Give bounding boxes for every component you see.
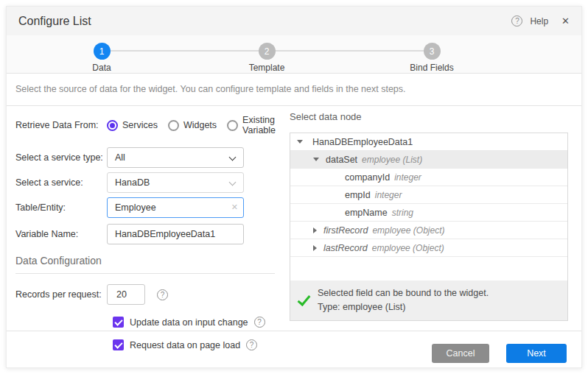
binding-info-line2: Type: employee (List): [318, 300, 489, 314]
retrieve-data-from-radios: Services Widgets Existing Variable: [107, 115, 276, 135]
table-entity-label: Table/Entity:: [15, 202, 107, 213]
variable-name-input[interactable]: [107, 224, 244, 244]
service-type-label: Select a service type:: [15, 152, 107, 163]
service-value: HanaDB: [115, 177, 150, 188]
triangle-right-icon[interactable]: [313, 227, 317, 233]
tree-row-firstrecord[interactable]: firstRecord employee (Object): [290, 222, 567, 239]
question-mark-icon[interactable]: ?: [254, 317, 265, 328]
dialog-header: Configure List ? Help ✕: [7, 7, 581, 35]
radio-existing-variable[interactable]: Existing Variable: [227, 115, 276, 135]
data-node-tree: HanaDBEmployeeData1 dataSet employee (Li…: [290, 133, 568, 321]
triangle-down-icon[interactable]: [313, 158, 319, 161]
data-configuration-heading: Data Configuration: [15, 255, 275, 267]
tree-row-companyid[interactable]: companyId integer: [290, 169, 567, 186]
tree-row-lastrecord[interactable]: lastRecord employee (Object): [290, 239, 567, 257]
question-mark-icon[interactable]: ?: [246, 339, 257, 350]
radio-services[interactable]: Services: [107, 120, 158, 131]
close-icon[interactable]: ✕: [561, 15, 570, 27]
binding-info-box: Selected field can be bound to the widge…: [290, 280, 567, 320]
update-on-input-change-row: Update data on input change ?: [113, 317, 275, 328]
radio-widgets-circle[interactable]: [168, 120, 179, 131]
help-link[interactable]: Help: [530, 16, 548, 27]
radio-services-circle[interactable]: [107, 120, 118, 131]
tree-empty-space: [290, 257, 567, 280]
radio-widgets[interactable]: Widgets: [168, 120, 217, 131]
service-label: Select a service:: [15, 177, 107, 188]
configure-list-dialog: Configure List ? Help ✕ 1 Data 2 Templat…: [6, 6, 582, 368]
tree-row-empname[interactable]: empName string: [290, 204, 567, 222]
records-per-request-label: Records per request:: [15, 289, 107, 300]
step-2-circle: 2: [259, 43, 276, 60]
triangle-down-icon[interactable]: [297, 140, 303, 144]
cancel-button[interactable]: Cancel: [432, 344, 489, 363]
update-on-input-change-checkbox[interactable]: [113, 317, 124, 328]
step-bind-fields[interactable]: 3 Bind Fields: [349, 35, 514, 74]
select-data-node-title: Select data node: [290, 111, 568, 122]
clear-x-icon[interactable]: ✕: [231, 202, 238, 212]
service-select[interactable]: HanaDB: [107, 172, 244, 193]
step-1-circle: 1: [94, 43, 111, 60]
data-source-form: Retrieve Data From: Services Widgets Exi…: [15, 106, 275, 350]
step-3-label: Bind Fields: [410, 63, 453, 73]
step-description: Select the source of data for the widget…: [7, 74, 581, 106]
update-on-input-change-label: Update data on input change: [130, 317, 248, 328]
tree-row-dataset[interactable]: dataSet employee (List): [290, 151, 567, 169]
binding-info-line1: Selected field can be bound to the widge…: [318, 286, 489, 300]
select-data-node-panel: Select data node HanaDBEmployeeData1 dat…: [290, 106, 568, 321]
step-data[interactable]: 1 Data: [19, 35, 184, 74]
retrieve-data-from-label: Retrieve Data From:: [15, 120, 107, 130]
next-button[interactable]: Next: [506, 344, 567, 363]
step-3-circle: 3: [424, 43, 441, 60]
chevron-down-icon: [229, 154, 237, 161]
step-template[interactable]: 2 Template: [184, 35, 349, 74]
service-type-select[interactable]: All: [107, 147, 244, 168]
chevron-down-icon: [229, 179, 237, 186]
request-on-page-load-checkbox[interactable]: [113, 339, 124, 350]
green-checkmark-icon: [298, 292, 311, 306]
service-type-value: All: [115, 152, 125, 163]
variable-name-label: Variable Name:: [15, 229, 107, 239]
tree-row-empid[interactable]: empId integer: [290, 186, 567, 204]
dialog-title: Configure List: [18, 15, 91, 28]
records-per-request-input[interactable]: [107, 284, 145, 305]
wizard-stepper: 1 Data 2 Template 3 Bind Fields: [7, 35, 581, 74]
step-1-label: Data: [92, 63, 111, 73]
step-2-label: Template: [249, 63, 285, 73]
question-mark-icon[interactable]: ?: [157, 289, 168, 300]
triangle-right-icon[interactable]: [313, 245, 317, 251]
tree-row-root[interactable]: HanaDBEmployeeData1: [290, 133, 567, 151]
section-divider: [15, 273, 275, 274]
footer-divider: [7, 331, 581, 331]
request-on-page-load-row: Request data on page load ?: [113, 339, 275, 350]
request-on-page-load-label: Request data on page load: [130, 340, 240, 350]
help-icon[interactable]: ?: [511, 15, 522, 27]
radio-existing-variable-circle[interactable]: [227, 120, 238, 131]
table-entity-input[interactable]: [107, 197, 244, 218]
footer-actions: Cancel Next: [432, 344, 567, 363]
